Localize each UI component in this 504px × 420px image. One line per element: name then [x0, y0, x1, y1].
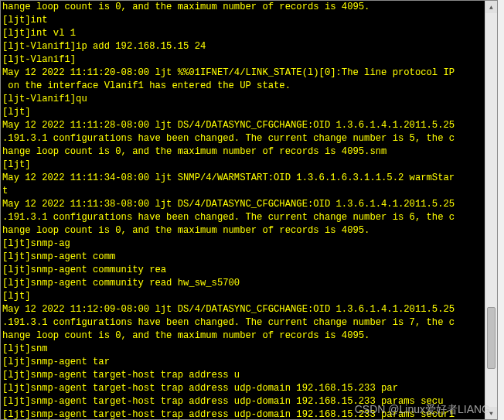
- terminal-line: May 12 2022 11:11:20-08:00 ljt %%01IFNET…: [2, 67, 483, 80]
- terminal-line: [ljt]snmp-agent community rea: [2, 264, 483, 277]
- terminal-line: [ljt]snmp-agent target-host trap address…: [2, 369, 483, 382]
- terminal-line: [ljt]: [2, 290, 483, 303]
- terminal-line: [ljt]int vl 1: [2, 27, 483, 40]
- terminal-line: [ljt-Vlanif1]ip add 192.168.15.15 24: [2, 40, 483, 53]
- terminal-line: hange loop count is 0, and the maximum n…: [2, 330, 483, 343]
- terminal-line: [ljt-Vlanif1]: [2, 53, 483, 67]
- terminal-line: [ljt]int: [2, 14, 483, 27]
- terminal-line: t: [2, 185, 483, 198]
- terminal-output[interactable]: hange loop count is 0, and the maximum n…: [1, 1, 485, 419]
- terminal-line: May 12 2022 11:11:28-08:00 ljt DS/4/DATA…: [2, 119, 483, 132]
- vertical-scrollbar[interactable]: ▲ ▼: [485, 1, 497, 419]
- terminal-window: hange loop count is 0, and the maximum n…: [0, 0, 498, 420]
- terminal-line: hange loop count is 0, and the maximum n…: [2, 145, 483, 159]
- terminal-line: .191.3.1 configurations have been change…: [2, 211, 483, 224]
- terminal-line: [ljt]snmp-agent target-host trap address…: [2, 395, 483, 408]
- terminal-line: [ljt]snmp-ag: [2, 237, 483, 251]
- scroll-up-arrow[interactable]: ▲: [485, 1, 497, 13]
- scrollbar-thumb[interactable]: [487, 307, 495, 369]
- terminal-line: [ljt]snmp-agent target-host trap address…: [2, 408, 483, 419]
- terminal-line: May 12 2022 11:11:38-08:00 ljt DS/4/DATA…: [2, 198, 483, 211]
- scroll-down-arrow[interactable]: ▼: [485, 407, 497, 419]
- terminal-line: [ljt]snmp-agent comm: [2, 251, 483, 264]
- terminal-line: May 12 2022 11:12:09-08:00 ljt DS/4/DATA…: [2, 303, 483, 316]
- terminal-line: [ljt]snmp-agent target-host trap address…: [2, 382, 483, 395]
- terminal-line: May 12 2022 11:11:34-08:00 ljt SNMP/4/WA…: [2, 172, 483, 185]
- terminal-line: .191.3.1 configurations have been change…: [2, 316, 483, 330]
- terminal-line: on the interface Vlanif1 has entered the…: [2, 80, 483, 93]
- terminal-line: [ljt]: [2, 106, 483, 119]
- terminal-line: hange loop count is 0, and the maximum n…: [2, 224, 483, 237]
- terminal-line: [ljt]: [2, 159, 483, 172]
- terminal-line: [ljt-Vlanif1]qu: [2, 93, 483, 106]
- terminal-line: [ljt]snm: [2, 343, 483, 356]
- terminal-line: .191.3.1 configurations have been change…: [2, 132, 483, 145]
- terminal-line: hange loop count is 0, and the maximum n…: [2, 1, 483, 14]
- terminal-line: [ljt]snmp-agent community read hw_sw_s57…: [2, 277, 483, 290]
- scrollbar-track[interactable]: [485, 13, 497, 407]
- terminal-line: [ljt]snmp-agent tar: [2, 356, 483, 369]
